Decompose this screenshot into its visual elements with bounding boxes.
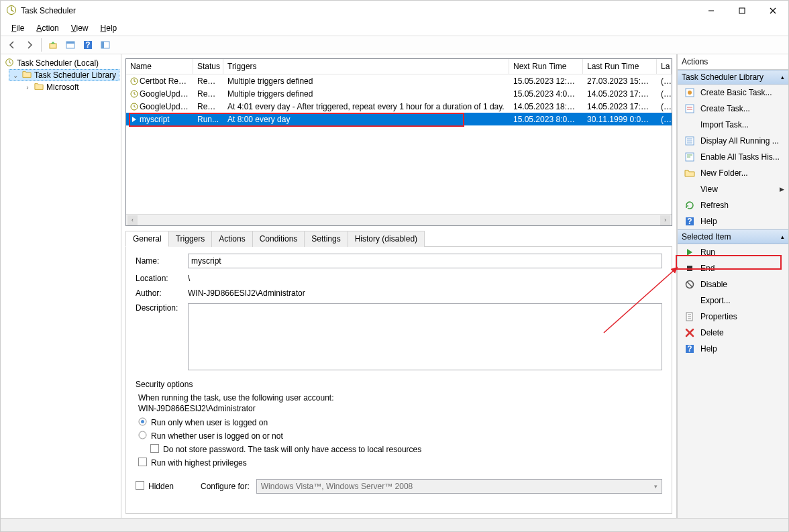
action-properties[interactable]: Properties: [678, 309, 788, 325]
toolbar: ?: [1, 36, 788, 54]
tree-library[interactable]: ⌄ Task Scheduler Library: [9, 69, 119, 81]
action-refresh[interactable]: Refresh: [678, 197, 788, 213]
configure-for-select[interactable]: Windows Vista™, Windows Server™ 2008 ▾: [256, 479, 662, 494]
action-display-running[interactable]: Display All Running ...: [678, 133, 788, 149]
action-help-2[interactable]: ?Help: [678, 341, 788, 357]
task-row[interactable]: GoogleUpda... Ready At 4:01 every day - …: [126, 100, 672, 113]
window-title: Task Scheduler: [21, 6, 76, 15]
menu-help[interactable]: Help: [95, 22, 123, 34]
titlebar: Task Scheduler: [1, 1, 788, 21]
close-button[interactable]: [757, 1, 788, 21]
panel-toggle-1[interactable]: [63, 38, 78, 52]
refresh-icon: [684, 200, 695, 211]
svg-rect-2: [739, 8, 745, 13]
task-row[interactable]: Certbot Ren... Ready Multiple triggers d…: [126, 74, 672, 87]
action-import-task[interactable]: Import Task...: [678, 117, 788, 133]
chk-highest-privileges[interactable]: Run with highest privileges: [151, 458, 247, 468]
name-field[interactable]: myscript: [188, 254, 662, 268]
action-disable[interactable]: Disable: [678, 276, 788, 292]
nav-tree: Task Scheduler (Local) ⌄ Task Scheduler …: [1, 54, 121, 518]
col-triggers[interactable]: Triggers: [223, 59, 509, 74]
col-name[interactable]: Name: [126, 59, 193, 74]
collapse-icon: ▴: [781, 74, 784, 81]
up-button[interactable]: [46, 38, 60, 52]
tab-triggers[interactable]: Triggers: [168, 231, 213, 247]
radio-whether-logged[interactable]: Run whether user is logged on or not: [151, 431, 283, 441]
svg-text:?: ?: [687, 344, 692, 354]
menu-view[interactable]: View: [66, 22, 94, 34]
tab-general[interactable]: General: [125, 231, 169, 247]
menu-action[interactable]: Action: [31, 22, 64, 34]
action-create-basic-task[interactable]: Create Basic Task...: [678, 85, 788, 101]
svg-rect-27: [687, 266, 692, 271]
task-list: Name Status Triggers Next Run Time Last …: [125, 58, 672, 226]
folder-icon: [34, 82, 44, 93]
col-status[interactable]: Status: [193, 59, 223, 74]
app-icon: [6, 5, 17, 17]
svg-rect-5: [66, 42, 74, 44]
status-bar: [1, 518, 788, 531]
action-export[interactable]: Export...: [678, 292, 788, 309]
chk-hidden[interactable]: Hidden: [148, 482, 174, 491]
tree-microsoft-label: Microsoft: [46, 83, 79, 92]
action-create-task[interactable]: Create Task...: [678, 101, 788, 117]
tab-settings[interactable]: Settings: [304, 231, 348, 247]
tab-panel-general: Name: myscript Location: \ Author: WIN-J…: [125, 246, 672, 514]
horizontal-scrollbar[interactable]: ‹ ›: [126, 214, 672, 225]
tab-conditions[interactable]: Conditions: [252, 231, 305, 247]
help-toolbar-button[interactable]: ?: [81, 38, 95, 52]
action-view[interactable]: View▶: [678, 181, 788, 197]
scroll-left-button[interactable]: ‹: [127, 215, 138, 225]
help-icon: ?: [684, 343, 695, 354]
maximize-button[interactable]: [727, 1, 757, 21]
actions-group-selected[interactable]: Selected Item ▴: [678, 229, 788, 244]
name-label: Name:: [136, 256, 182, 266]
task-details: General Triggers Actions Conditions Sett…: [125, 230, 672, 514]
help-icon: ?: [684, 216, 695, 227]
disable-icon: [684, 279, 695, 290]
task-list-header: Name Status Triggers Next Run Time Last …: [126, 59, 672, 74]
col-last-run[interactable]: Last Run Time: [583, 59, 657, 74]
action-delete[interactable]: Delete: [678, 325, 788, 341]
action-new-folder[interactable]: New Folder...: [678, 165, 788, 181]
tree-root[interactable]: Task Scheduler (Local): [2, 57, 119, 69]
svg-rect-18: [139, 458, 147, 466]
action-enable-history[interactable]: Enable All Tasks His...: [678, 149, 788, 165]
action-run[interactable]: Run: [678, 244, 788, 260]
back-button[interactable]: [5, 38, 19, 52]
svg-rect-9: [101, 42, 104, 48]
history-icon: [684, 152, 695, 162]
import-icon: [684, 119, 695, 130]
tree-expand-icon[interactable]: ›: [23, 84, 32, 91]
task-row[interactable]: GoogleUpda... Ready Multiple triggers de…: [126, 87, 672, 100]
chk-no-store-password[interactable]: Do not store password. The task will onl…: [163, 445, 421, 454]
tab-history[interactable]: History (disabled): [348, 231, 425, 247]
clock-icon: [130, 103, 138, 111]
task-icon: [684, 103, 695, 114]
security-account: WIN-J9D866ESIJ2\Administrator: [138, 404, 662, 413]
tree-microsoft[interactable]: › Microsoft: [21, 81, 119, 93]
panel-toggle-2[interactable]: [98, 38, 113, 52]
description-label: Description:: [136, 303, 182, 313]
tab-actions[interactable]: Actions: [211, 231, 252, 247]
radio-logged-on[interactable]: Run only when user is logged on: [151, 418, 268, 427]
action-end[interactable]: End: [678, 260, 788, 276]
forward-button[interactable]: [22, 38, 37, 52]
collapse-icon: ▴: [781, 233, 784, 240]
security-options-header: Security options: [136, 380, 662, 389]
minimize-button[interactable]: [696, 1, 727, 21]
description-field[interactable]: [188, 303, 662, 370]
scroll-right-button[interactable]: ›: [660, 215, 670, 225]
list-icon: [684, 136, 695, 146]
action-help[interactable]: ?Help: [678, 213, 788, 229]
col-last-result[interactable]: La: [657, 59, 672, 74]
col-next-run[interactable]: Next Run Time: [509, 59, 583, 74]
location-label: Location:: [136, 274, 182, 283]
menu-file[interactable]: File: [6, 22, 30, 34]
tree-collapse-icon[interactable]: ⌄: [11, 72, 19, 79]
folder-icon: [684, 168, 695, 178]
radio-icon: [138, 431, 147, 441]
actions-group-library[interactable]: Task Scheduler Library ▴: [678, 70, 788, 85]
task-row-selected[interactable]: myscript Run... At 8:00 every day 15.05.…: [126, 113, 672, 125]
actions-pane: Actions Task Scheduler Library ▴ Create …: [677, 54, 788, 518]
